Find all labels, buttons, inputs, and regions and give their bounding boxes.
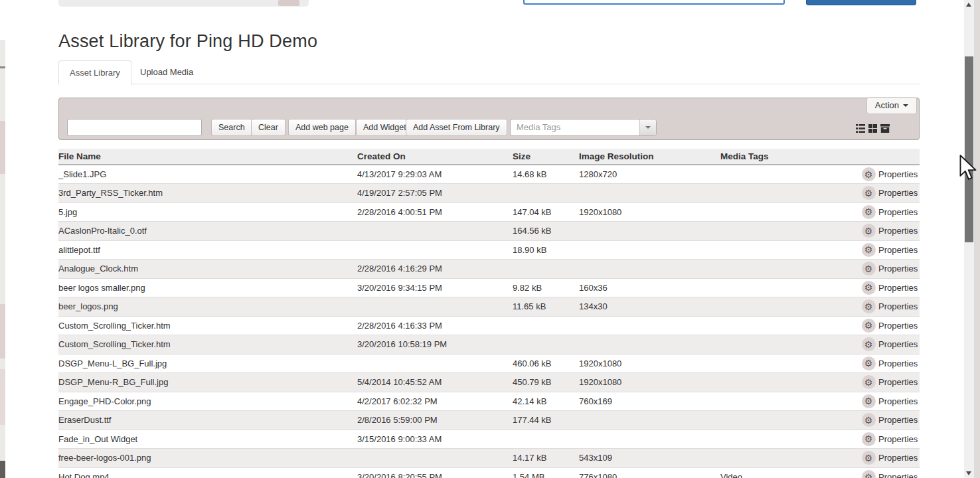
table-row[interactable]: ACaslonPro-Italic_0.otf 164.56 kB ⚙ Prop…: [58, 222, 920, 241]
cell-gear: ⚙: [858, 430, 878, 449]
scrolled-small-button-remnant[interactable]: [278, 0, 299, 6]
table-row[interactable]: beer_logos.png 11.65 kB 134x30 ⚙ Propert…: [58, 297, 920, 317]
properties-link[interactable]: Properties: [878, 434, 918, 444]
column-header-image-resolution[interactable]: Image Resolution: [579, 149, 720, 165]
table-row[interactable]: Analogue_Clock.htm 2/28/2016 4:16:29 PM …: [58, 260, 920, 279]
gear-icon[interactable]: ⚙: [862, 413, 876, 427]
table-row[interactable]: Engage_PHD-Color.png 4/2/2017 6:02:32 PM…: [58, 392, 920, 411]
properties-link[interactable]: Properties: [878, 283, 918, 293]
cell-properties: Properties: [878, 316, 920, 335]
properties-link[interactable]: Properties: [878, 358, 918, 368]
column-header-size[interactable]: Size: [513, 149, 579, 165]
table-row[interactable]: Custom_Scrolling_Ticker.htm 2/28/2016 4:…: [58, 316, 920, 335]
gear-icon[interactable]: ⚙: [862, 451, 876, 465]
properties-link[interactable]: Properties: [878, 188, 918, 198]
table-row[interactable]: Hot Dog.mp4 3/20/2016 8:20:55 PM 1.54 MB…: [58, 467, 920, 478]
column-header-media-tags[interactable]: Media Tags: [720, 149, 858, 165]
cell-size: 460.06 kB: [513, 354, 579, 373]
properties-link[interactable]: Properties: [878, 321, 918, 331]
properties-link[interactable]: Properties: [878, 339, 918, 349]
list-view-icon[interactable]: [856, 123, 865, 135]
cell-resolution: [579, 411, 720, 430]
cell-created-on: 2/28/2016 4:16:33 PM: [357, 316, 513, 335]
cell-properties: Properties: [878, 430, 920, 449]
column-header-created-on[interactable]: Created On: [357, 149, 513, 165]
cell-properties: Properties: [878, 278, 920, 297]
add-widget-button[interactable]: Add Widget: [356, 119, 414, 136]
chevron-down-icon: [645, 126, 651, 129]
action-menu-button[interactable]: Action: [866, 97, 917, 114]
cell-created-on: 3/15/2016 9:00:33 AM: [357, 430, 513, 449]
table-row[interactable]: _Slide1.JPG 4/13/2017 9:29:03 AM 14.68 k…: [58, 165, 920, 184]
properties-link[interactable]: Properties: [878, 396, 918, 406]
add-web-page-button[interactable]: Add web page: [288, 119, 356, 136]
gear-icon[interactable]: ⚙: [862, 299, 876, 313]
table-row[interactable]: Custom_Scrolling_Ticker.htm 3/20/2016 10…: [58, 335, 920, 355]
gear-icon[interactable]: ⚙: [862, 337, 876, 351]
cell-properties: Properties: [878, 260, 920, 279]
cell-gear: ⚙: [858, 467, 878, 478]
media-tags-dropdown[interactable]: Media Tags: [510, 119, 657, 136]
cell-resolution: 1280x720: [579, 165, 720, 184]
properties-link[interactable]: Properties: [878, 301, 918, 311]
cell-gear: ⚙: [858, 184, 878, 203]
gear-icon[interactable]: ⚙: [862, 186, 876, 200]
properties-link[interactable]: Properties: [878, 415, 918, 425]
gear-icon[interactable]: ⚙: [862, 224, 876, 238]
page-title: Asset Library for Ping HD Demo: [58, 31, 317, 52]
scrollbar-up-arrow[interactable]: [964, 0, 974, 9]
gear-icon[interactable]: ⚙: [862, 167, 876, 181]
gear-icon[interactable]: ⚙: [862, 281, 876, 295]
table-row[interactable]: free-beer-logos-001.png 14.17 kB 543x109…: [58, 449, 920, 468]
tab-asset-library[interactable]: Asset Library: [58, 60, 131, 85]
gear-icon[interactable]: ⚙: [862, 394, 876, 408]
properties-link[interactable]: Properties: [878, 207, 918, 217]
table-row[interactable]: 3rd_Party_RSS_Ticker.htm 4/19/2017 2:57:…: [58, 184, 920, 203]
search-button[interactable]: Search: [211, 119, 252, 136]
table-header-row: File Name Created On Size Image Resoluti…: [58, 149, 920, 165]
properties-link[interactable]: Properties: [878, 377, 918, 387]
grid-view-icon[interactable]: [868, 123, 877, 135]
gear-icon[interactable]: ⚙: [862, 319, 876, 333]
add-asset-from-library-button[interactable]: Add Asset From Library: [406, 119, 507, 136]
gear-icon[interactable]: ⚙: [862, 243, 876, 257]
table-row[interactable]: DSGP_Menu-L_BG_Full.jpg 460.06 kB 1920x1…: [58, 354, 920, 373]
cell-gear: ⚙: [858, 373, 878, 392]
gear-icon[interactable]: ⚙: [862, 470, 876, 478]
gear-icon[interactable]: ⚙: [862, 205, 876, 219]
media-tags-dropdown-arrow-button[interactable]: [639, 120, 656, 135]
cell-media-tags: [720, 202, 858, 222]
vertical-scrollbar[interactable]: [964, 0, 974, 478]
properties-link[interactable]: Properties: [878, 264, 918, 274]
cell-resolution: 1920x1080: [579, 354, 720, 373]
clear-button[interactable]: Clear: [251, 119, 286, 136]
table-row[interactable]: beer logos smaller.png 3/20/2016 9:34:15…: [58, 278, 920, 297]
search-input[interactable]: [67, 119, 202, 136]
properties-link[interactable]: Properties: [878, 453, 918, 463]
column-header-file-name[interactable]: File Name: [58, 149, 357, 165]
tab-upload-media[interactable]: Upload Media: [129, 60, 204, 84]
gear-icon[interactable]: ⚙: [862, 375, 876, 389]
properties-link[interactable]: Properties: [878, 226, 918, 236]
properties-link[interactable]: Properties: [878, 472, 918, 478]
scrollbar-down-arrow[interactable]: [964, 469, 974, 478]
table-row[interactable]: EraserDust.ttf 2/8/2016 5:59:00 PM 177.4…: [58, 411, 920, 430]
properties-link[interactable]: Properties: [878, 245, 918, 255]
archive-view-icon[interactable]: [880, 123, 890, 135]
cell-size: [513, 335, 579, 355]
cell-created-on: 5/4/2014 10:45:52 AM: [357, 373, 513, 392]
gear-icon[interactable]: ⚙: [862, 357, 876, 370]
table-row[interactable]: alittlepot.ttf 18.90 kB ⚙ Properties: [58, 240, 920, 260]
scrolled-focused-input-remnant[interactable]: [523, 0, 785, 5]
scrolled-primary-button-remnant[interactable]: [806, 0, 916, 5]
cell-file-name: alittlepot.ttf: [58, 240, 357, 260]
gear-icon[interactable]: ⚙: [862, 432, 876, 446]
table-row[interactable]: DSGP_Menu-R_BG_Full.jpg 5/4/2014 10:45:5…: [58, 373, 920, 392]
gear-icon[interactable]: ⚙: [862, 262, 876, 276]
cell-media-tags: [720, 430, 858, 449]
table-row[interactable]: Fade_in_Out Widget 3/15/2016 9:00:33 AM …: [58, 430, 920, 449]
scrollbar-thumb[interactable]: [965, 56, 973, 242]
cell-created-on: 3/20/2016 9:34:15 PM: [357, 278, 513, 297]
properties-link[interactable]: Properties: [878, 169, 918, 179]
table-row[interactable]: 5.jpg 2/28/2016 4:00:51 PM 147.04 kB 192…: [58, 202, 920, 222]
